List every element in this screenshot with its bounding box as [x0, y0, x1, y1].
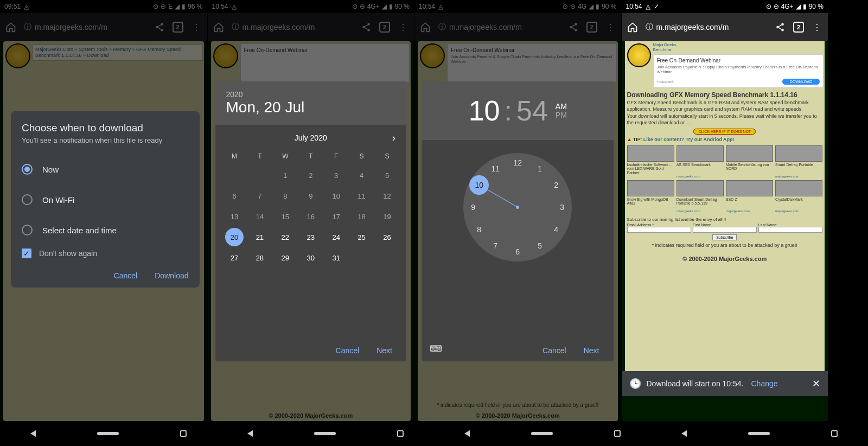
calendar-day[interactable]: 17: [323, 206, 349, 227]
calendar-day[interactable]: 27: [222, 247, 247, 268]
dont-show-checkbox[interactable]: ✓ Don't show again: [22, 249, 189, 258]
calendar-day[interactable]: 4: [349, 165, 374, 186]
cancel-button[interactable]: Cancel: [542, 346, 566, 355]
calendar-day[interactable]: 31: [323, 247, 349, 268]
calendar-day[interactable]: 7: [247, 186, 272, 206]
clock-hour[interactable]: 7: [493, 241, 497, 250]
back-button[interactable]: [464, 430, 470, 437]
calendar-day[interactable]: 25: [349, 227, 374, 247]
thumbnail-card[interactable]: Mobile Servicelösung von NORD: [726, 145, 773, 178]
download-button[interactable]: Download: [155, 271, 188, 280]
thumbnail-card[interactable]: Smart Defrag Portablemajorgeeks.com: [775, 145, 822, 178]
keyboard-icon[interactable]: ⌨: [430, 343, 442, 354]
calendar-day[interactable]: 2: [298, 165, 323, 186]
calendar-day[interactable]: 24: [323, 227, 349, 247]
calendar-day[interactable]: 26: [374, 227, 400, 247]
clock-hour-selected[interactable]: 10: [469, 175, 489, 195]
back-button[interactable]: [30, 430, 36, 437]
browser-toolbar: ⓘm.majorgeeks.com/m 2 ⋮: [622, 13, 828, 41]
clock-hour[interactable]: 2: [554, 181, 558, 189]
back-button[interactable]: [247, 430, 253, 437]
calendar-day[interactable]: 12: [374, 186, 400, 206]
next-button[interactable]: Next: [584, 346, 599, 355]
scheduled-icon: 🕒: [629, 378, 641, 390]
ad-card[interactable]: Free On-Demand Webinar Join Accounts Pay…: [653, 54, 824, 88]
url-bar[interactable]: ⓘm.majorgeeks.com/m: [646, 22, 768, 32]
calendar-day[interactable]: 29: [272, 247, 298, 268]
calendar-day[interactable]: 30: [298, 247, 323, 268]
thumbnail-card[interactable]: Download Smart Defrag Portable 6.5.5.119…: [676, 180, 724, 213]
subscribe-button[interactable]: Subscribe: [712, 234, 737, 240]
calendar-day[interactable]: 21: [247, 227, 272, 247]
am-label[interactable]: AM: [556, 102, 567, 111]
calendar-day[interactable]: 18: [349, 206, 374, 227]
calendar-day[interactable]: 28: [247, 247, 272, 268]
home-button[interactable]: [314, 432, 336, 435]
option-datetime[interactable]: Select date and time: [22, 215, 189, 245]
clock-hour[interactable]: 4: [554, 225, 558, 234]
thumbnail-card[interactable]: Grow Big with MongoDB Atlas: [627, 180, 674, 213]
ad-download-button[interactable]: DOWNLOAD: [782, 79, 820, 85]
text-input[interactable]: [758, 227, 822, 233]
clock-hour[interactable]: 1: [538, 164, 542, 173]
recents-button[interactable]: [831, 430, 838, 437]
thumbnail-card[interactable]: SSD-Zmajorgeeks.com: [726, 180, 773, 213]
calendar-day[interactable]: 16: [298, 206, 323, 227]
calendar-day[interactable]: 3: [323, 165, 349, 186]
calendar-day[interactable]: 23: [298, 227, 323, 247]
menu-icon[interactable]: ⋮: [812, 22, 822, 33]
clock-face[interactable]: 123456789101112: [463, 153, 572, 262]
calendar-day[interactable]: 13: [222, 206, 247, 227]
clock-hour[interactable]: 11: [491, 164, 500, 173]
back-button[interactable]: [681, 430, 687, 437]
calendar-day[interactable]: 6: [222, 186, 247, 206]
recents-button[interactable]: [614, 430, 621, 437]
cancel-button[interactable]: Cancel: [336, 346, 360, 355]
calendar-day[interactable]: 19: [374, 206, 400, 227]
calendar-day[interactable]: 8: [272, 186, 298, 206]
clock-hour[interactable]: 12: [513, 158, 522, 167]
calendar-day[interactable]: 10: [323, 186, 349, 206]
next-month-button[interactable]: ›: [392, 132, 395, 144]
date-label[interactable]: Mon, 20 Jul: [226, 99, 396, 116]
cancel-button[interactable]: Cancel: [114, 271, 138, 280]
thumbnail-card[interactable]: AS SSD Benchmarkmajorgeeks.com: [676, 145, 724, 178]
thumbnail-card[interactable]: kaufmännische Software - vom LEX.WARE Go…: [627, 145, 674, 178]
clock-hour[interactable]: 8: [477, 225, 481, 234]
home-icon[interactable]: [627, 22, 638, 33]
calendar-day[interactable]: 20: [225, 228, 244, 246]
tabs-button[interactable]: 2: [793, 22, 804, 33]
text-input[interactable]: [693, 227, 757, 233]
recents-button[interactable]: [180, 430, 187, 437]
close-icon[interactable]: ✕: [812, 378, 820, 390]
change-button[interactable]: Change: [751, 379, 778, 388]
clock-hour[interactable]: 3: [560, 203, 564, 212]
calendar-day[interactable]: 14: [247, 206, 272, 227]
home-button[interactable]: [531, 432, 553, 435]
home-button[interactable]: [97, 432, 119, 435]
text-input[interactable]: [627, 227, 691, 233]
share-icon[interactable]: [775, 22, 786, 33]
clock-hour[interactable]: 5: [538, 241, 542, 250]
page-content[interactable]: MajorGeeksBenchma Free On-Demand Webinar…: [625, 41, 825, 371]
click-here-button[interactable]: CLICK HERE IF IT DOES NOT: [693, 129, 756, 135]
calendar-day[interactable]: 11: [349, 186, 374, 206]
tip-link[interactable]: Like our content? Try our Andriod App!: [643, 137, 735, 142]
next-button[interactable]: Next: [376, 346, 392, 355]
minute-label[interactable]: 54: [516, 94, 548, 127]
calendar-day[interactable]: 9: [298, 186, 323, 206]
home-button[interactable]: [748, 432, 770, 435]
calendar-day[interactable]: 15: [272, 206, 298, 227]
recents-button[interactable]: [397, 430, 404, 437]
option-now[interactable]: Now: [22, 154, 189, 184]
hour-label[interactable]: 10: [469, 94, 500, 127]
calendar-day[interactable]: 5: [374, 165, 400, 186]
pm-label[interactable]: PM: [556, 111, 567, 119]
clock-hour[interactable]: 6: [515, 247, 520, 256]
option-wifi[interactable]: On Wi-Fi: [22, 184, 189, 215]
calendar-day[interactable]: 1: [272, 165, 298, 186]
clock-hour[interactable]: 9: [471, 203, 475, 212]
thumbnail-card[interactable]: CrystalDiskMarkmajorgeeks.com: [775, 180, 822, 213]
calendar-day[interactable]: 22: [272, 227, 298, 247]
year-label[interactable]: 2020: [226, 90, 396, 99]
